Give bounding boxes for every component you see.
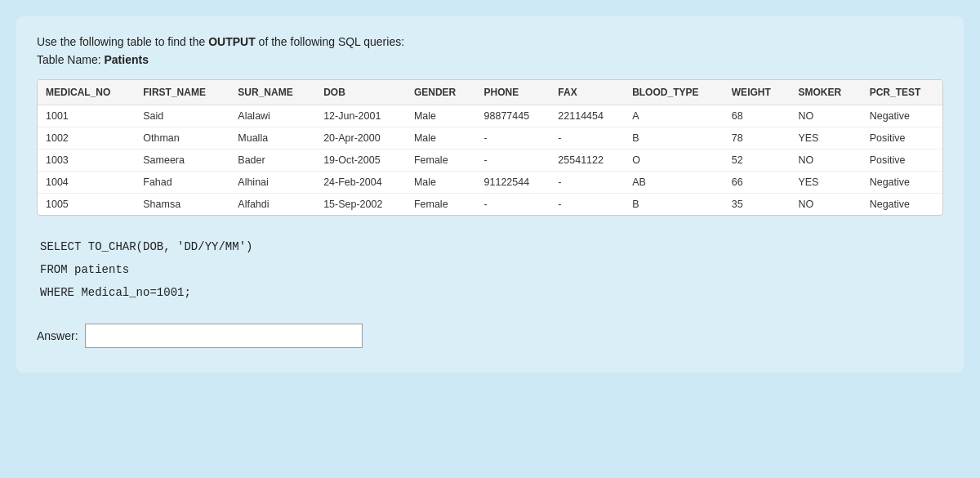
table-cell: Said xyxy=(135,105,229,127)
table-cell: YES xyxy=(790,127,861,149)
col-dob: DOB xyxy=(315,80,406,105)
table-cell: Female xyxy=(406,193,476,215)
table-cell: Negative xyxy=(862,171,942,193)
sql-line-1: SELECT TO_CHAR(DOB, 'DD/YY/MM') xyxy=(40,235,943,258)
table-cell: 1002 xyxy=(38,127,135,149)
main-container: Use the following table to find the OUTP… xyxy=(16,16,964,373)
table-cell: Alfahdi xyxy=(229,193,315,215)
table-cell: 24-Feb-2004 xyxy=(315,171,406,193)
patients-table-wrapper: MEDICAL_NO FIRST_NAME SUR_NAME DOB GENDE… xyxy=(37,79,943,216)
table-cell: - xyxy=(550,193,624,215)
table-cell: 1005 xyxy=(38,193,135,215)
patients-table: MEDICAL_NO FIRST_NAME SUR_NAME DOB GENDE… xyxy=(38,80,942,215)
table-cell: Bader xyxy=(229,149,315,171)
table-cell: - xyxy=(476,193,550,215)
col-fax: FAX xyxy=(550,80,624,105)
table-cell: 19-Oct-2005 xyxy=(315,149,406,171)
table-row: 1005ShamsaAlfahdi15-Sep-2002Female--B35N… xyxy=(38,193,942,215)
table-cell: Positive xyxy=(862,127,942,149)
output-bold: OUTPUT xyxy=(208,35,256,48)
table-cell: 1004 xyxy=(38,171,135,193)
col-blood-type: BLOOD_TYPE xyxy=(624,80,724,105)
answer-row: Answer: xyxy=(37,324,943,348)
instructions-block: Use the following table to find the OUTP… xyxy=(37,33,943,69)
table-cell: Mualla xyxy=(229,127,315,149)
table-cell: 68 xyxy=(724,105,791,127)
table-cell: Male xyxy=(406,105,476,127)
table-cell: Female xyxy=(406,149,476,171)
sql-line-3: WHERE Medical_no=1001; xyxy=(40,281,943,304)
table-cell: Male xyxy=(406,127,476,149)
table-cell: NO xyxy=(790,105,861,127)
table-cell: 15-Sep-2002 xyxy=(315,193,406,215)
table-cell: O xyxy=(624,149,724,171)
col-medical-no: MEDICAL_NO xyxy=(38,80,135,105)
table-cell: 25541122 xyxy=(550,149,624,171)
sql-block: SELECT TO_CHAR(DOB, 'DD/YY/MM') FROM pat… xyxy=(37,235,943,304)
table-cell: Othman xyxy=(135,127,229,149)
answer-label: Answer: xyxy=(37,329,78,342)
table-header-row: MEDICAL_NO FIRST_NAME SUR_NAME DOB GENDE… xyxy=(38,80,942,105)
answer-input[interactable] xyxy=(85,324,363,348)
table-cell: 66 xyxy=(724,171,791,193)
table-cell: B xyxy=(624,193,724,215)
instruction-line1: Use the following table to find the OUTP… xyxy=(37,35,404,48)
table-cell: Alhinai xyxy=(229,171,315,193)
table-cell: Fahad xyxy=(135,171,229,193)
table-cell: Male xyxy=(406,171,476,193)
table-cell: 98877445 xyxy=(476,105,550,127)
col-sur-name: SUR_NAME xyxy=(229,80,315,105)
table-cell: 52 xyxy=(724,149,791,171)
table-cell: 91122544 xyxy=(476,171,550,193)
table-name-label: Patients xyxy=(104,53,148,66)
col-gender: GENDER xyxy=(406,80,476,105)
instruction-line2: Table Name: Patients xyxy=(37,53,149,66)
table-cell: 35 xyxy=(724,193,791,215)
table-cell: Alalawi xyxy=(229,105,315,127)
table-cell: - xyxy=(550,171,624,193)
table-cell: - xyxy=(550,127,624,149)
table-cell: AB xyxy=(624,171,724,193)
col-pcr-test: PCR_TEST xyxy=(862,80,942,105)
table-cell: A xyxy=(624,105,724,127)
col-smoker: SMOKER xyxy=(790,80,861,105)
table-row: 1003SameeraBader19-Oct-2005Female-255411… xyxy=(38,149,942,171)
table-cell: Negative xyxy=(862,105,942,127)
table-cell: B xyxy=(624,127,724,149)
table-cell: - xyxy=(476,149,550,171)
table-cell: Shamsa xyxy=(135,193,229,215)
table-cell: Sameera xyxy=(135,149,229,171)
table-cell: NO xyxy=(790,149,861,171)
col-first-name: FIRST_NAME xyxy=(135,80,229,105)
table-row: 1004FahadAlhinai24-Feb-2004Male91122544-… xyxy=(38,171,942,193)
table-cell: 12-Jun-2001 xyxy=(315,105,406,127)
sql-line-2: FROM patients xyxy=(40,258,943,281)
table-cell: 78 xyxy=(724,127,791,149)
table-cell: Positive xyxy=(862,149,942,171)
col-weight: WEIGHT xyxy=(724,80,791,105)
table-row: 1002OthmanMualla20-Apr-2000Male--B78YESP… xyxy=(38,127,942,149)
table-cell: 1003 xyxy=(38,149,135,171)
table-row: 1001SaidAlalawi12-Jun-2001Male9887744522… xyxy=(38,105,942,127)
table-cell: YES xyxy=(790,171,861,193)
table-cell: 1001 xyxy=(38,105,135,127)
table-cell: 20-Apr-2000 xyxy=(315,127,406,149)
col-phone: PHONE xyxy=(476,80,550,105)
table-cell: 22114454 xyxy=(550,105,624,127)
table-cell: Negative xyxy=(862,193,942,215)
table-cell: - xyxy=(476,127,550,149)
table-cell: NO xyxy=(790,193,861,215)
